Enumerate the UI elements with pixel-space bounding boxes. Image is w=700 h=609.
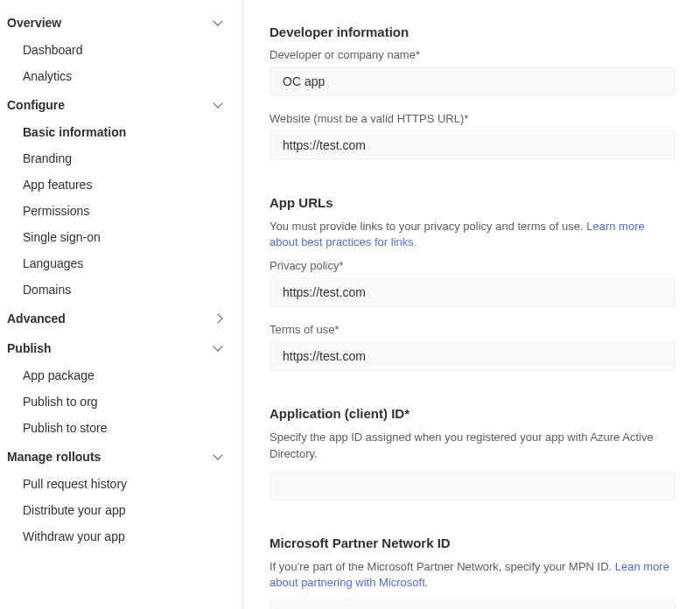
field-privacy-policy: Privacy policy* — [270, 259, 676, 307]
nav-item-publish-to-store[interactable]: Publish to store — [0, 415, 242, 441]
nav-item-domains[interactable]: Domains — [0, 276, 242, 303]
nav-section-manage-rollouts: Manage rollouts Pull request history Dis… — [0, 443, 242, 550]
field-client-id — [270, 471, 676, 500]
section-title: Developer information — [270, 24, 676, 39]
nav-item-app-features[interactable]: App features — [0, 172, 242, 198]
nav-item-basic-information[interactable]: Basic information — [0, 119, 242, 145]
nav-header-configure[interactable]: Configure — [0, 91, 242, 119]
field-mpn-id — [270, 599, 676, 609]
client-id-input[interactable] — [270, 471, 676, 500]
nav-item-distribute-your-app[interactable]: Distribute your app — [0, 497, 242, 523]
nav-section-overview: Overview Dashboard Analytics — [0, 9, 242, 89]
developer-name-input[interactable] — [270, 66, 676, 96]
nav-header-label: Publish — [7, 341, 213, 355]
chevron-down-icon — [213, 343, 223, 354]
field-developer-name: Developer or company name* — [270, 48, 676, 96]
privacy-policy-input[interactable] — [270, 277, 676, 307]
nav-header-overview[interactable]: Overview — [0, 9, 242, 37]
section-desc: If you're part of the Microsoft Partner … — [270, 559, 676, 591]
nav-item-pull-request-history[interactable]: Pull request history — [0, 471, 242, 497]
chevron-down-icon — [213, 18, 223, 28]
nav-header-advanced[interactable]: Advanced — [0, 304, 242, 332]
field-label: Terms of use* — [270, 323, 676, 336]
nav-item-languages[interactable]: Languages — [0, 250, 242, 276]
section-desc: Specify the app ID assigned when you reg… — [270, 430, 676, 461]
chevron-down-icon — [213, 452, 223, 462]
sidebar: Overview Dashboard Analytics Configure B… — [0, 0, 243, 609]
nav-item-permissions[interactable]: Permissions — [0, 198, 242, 224]
section-desc: You must provide links to your privacy p… — [270, 219, 676, 250]
section-title: Application (client) ID* — [270, 406, 676, 421]
nav-section-advanced: Advanced — [0, 304, 242, 332]
nav-header-label: Overview — [7, 16, 213, 30]
website-input[interactable] — [270, 130, 676, 160]
nav-header-manage-rollouts[interactable]: Manage rollouts — [0, 443, 242, 471]
nav-item-dashboard[interactable]: Dashboard — [0, 37, 242, 63]
field-website: Website (must be a valid HTTPS URL)* — [270, 112, 676, 160]
desc-text: You must provide links to your privacy p… — [270, 220, 586, 233]
nav-item-analytics[interactable]: Analytics — [0, 63, 242, 89]
nav-item-single-sign-on[interactable]: Single sign-on — [0, 224, 242, 250]
field-label: Developer or company name* — [270, 48, 676, 61]
nav-item-app-package[interactable]: App package — [0, 362, 242, 388]
nav-header-publish[interactable]: Publish — [0, 334, 242, 362]
field-label: Website (must be a valid HTTPS URL)* — [270, 112, 676, 125]
section-title: Microsoft Partner Network ID — [270, 536, 676, 550]
section-client-id: Application (client) ID* Specify the app… — [270, 406, 676, 500]
nav-header-label: Manage rollouts — [7, 450, 213, 464]
main-content: Developer information Developer or compa… — [243, 0, 700, 609]
field-label: Privacy policy* — [270, 259, 676, 272]
chevron-down-icon — [213, 100, 223, 110]
nav-item-withdraw-your-app[interactable]: Withdraw your app — [0, 523, 242, 550]
section-developer-information: Developer information Developer or compa… — [270, 24, 676, 160]
section-title: App URLs — [270, 195, 676, 210]
mpn-id-input[interactable] — [270, 599, 676, 609]
nav-item-publish-to-org[interactable]: Publish to org — [0, 388, 242, 415]
nav-header-label: Advanced — [7, 312, 213, 326]
field-terms-of-use: Terms of use* — [270, 323, 676, 371]
section-app-urls: App URLs You must provide links to your … — [270, 195, 676, 371]
section-mpn-id: Microsoft Partner Network ID If you're p… — [270, 536, 676, 609]
nav-section-publish: Publish App package Publish to org Publi… — [0, 334, 242, 441]
chevron-right-icon — [213, 313, 223, 324]
nav-item-branding[interactable]: Branding — [0, 145, 242, 172]
terms-of-use-input[interactable] — [270, 341, 676, 371]
nav-header-label: Configure — [7, 98, 213, 112]
nav-section-configure: Configure Basic information Branding App… — [0, 91, 242, 303]
desc-text: If you're part of the Microsoft Partner … — [270, 560, 615, 573]
